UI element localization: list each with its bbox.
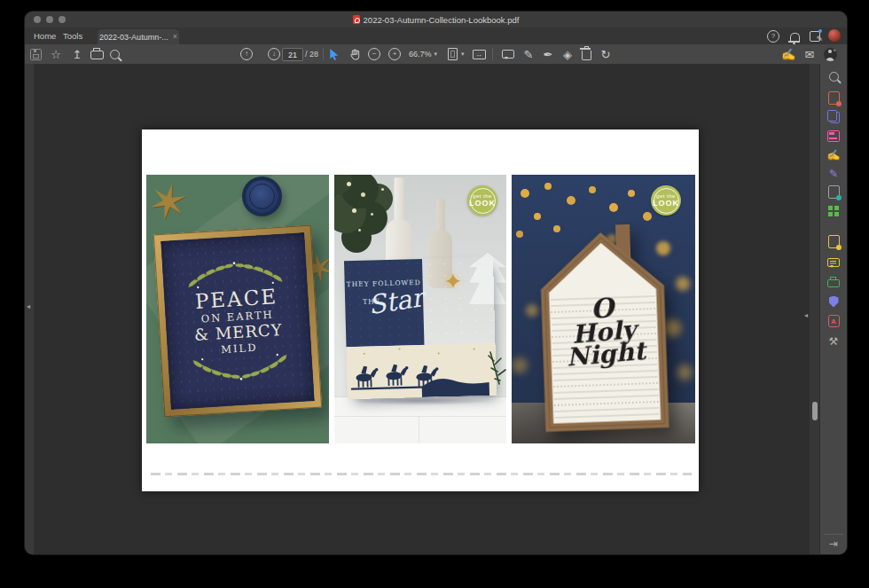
sidebar-tool-prepare-form[interactable]: [825, 232, 842, 250]
tab-home[interactable]: Home: [30, 27, 59, 44]
previous-page-button[interactable]: ↑: [237, 44, 256, 64]
printer-icon: [90, 51, 104, 59]
help-button[interactable]: ?: [766, 29, 780, 43]
chevron-down-icon: ▾: [461, 51, 465, 58]
sidebar-tool-protect[interactable]: [825, 293, 842, 310]
berry-dots: [347, 182, 351, 186]
arrow-up-icon: ↑: [240, 48, 253, 60]
pdf-viewport[interactable]: ✶ ✶: [34, 64, 810, 554]
sidebar-tool-search[interactable]: [825, 67, 842, 85]
share-button[interactable]: ↥: [67, 44, 87, 64]
fountain-pen-icon: ✒: [544, 48, 553, 61]
zoom-out-button[interactable]: −: [364, 44, 384, 64]
e-sign-icon: ✍: [827, 149, 841, 161]
gold-star-ornament: ✶: [146, 175, 192, 230]
select-tool-button[interactable]: [325, 44, 344, 64]
tab-document[interactable]: 2022-03-Autumn-... ×: [98, 29, 179, 44]
left-panel-toggle[interactable]: ◂: [27, 303, 30, 310]
send-email-button[interactable]: ✉: [800, 44, 819, 64]
favorite-button[interactable]: ☆: [46, 44, 66, 64]
sidebar-tool-request-e-signatures[interactable]: ✍: [825, 146, 842, 164]
zoom-level-dropdown[interactable]: 66.7% ▾: [409, 44, 437, 64]
create-pdf-icon: [828, 91, 840, 105]
expand-tools-panel-button[interactable]: ⇥: [825, 535, 842, 553]
sidebar-tool-fill-and-sign[interactable]: ✎: [825, 165, 842, 183]
art-line-mercy: & MERCY: [194, 322, 283, 344]
caption-fine-print: [151, 473, 692, 475]
bethlehem-star-icon: ✦: [443, 269, 463, 295]
save-button[interactable]: [26, 44, 45, 64]
fit-width-button[interactable]: ↔: [469, 44, 489, 64]
close-tab-icon[interactable]: ×: [173, 33, 177, 41]
stamp-tool-button[interactable]: ◈: [558, 44, 577, 64]
right-panel-toggle[interactable]: ◂: [804, 312, 808, 319]
sidebar-tool-pdf-standards[interactable]: A: [825, 312, 842, 330]
sign-document-button[interactable]: [808, 29, 822, 43]
help-icon: ?: [767, 30, 779, 43]
pdf-standards-icon: A: [828, 315, 840, 327]
pdf-page: ✶ ✶: [142, 129, 699, 491]
zoom-level-value: 66.7%: [409, 50, 432, 59]
chevron-down-icon: ▾: [434, 51, 438, 58]
rotate-pages-button[interactable]: ↻: [596, 44, 615, 64]
comments-icon: [827, 258, 840, 267]
comment-tool-button[interactable]: [498, 44, 518, 64]
cursor-icon: [329, 48, 340, 61]
pine-sprig: [487, 350, 506, 388]
print-production-icon: [827, 279, 840, 287]
main-toolbar: ☆ ↥ ↑ ↓ 21 / 28 − + 66.7% ▾ ▾ ↔ ✎ ✒: [25, 44, 847, 65]
fit-width-icon: ↔: [473, 50, 486, 59]
request-signatures-button[interactable]: ✍: [779, 44, 798, 64]
photo-holy-night-house: O Holy Night get the LOOK: [512, 175, 695, 443]
arrow-down-icon: ↓: [268, 48, 280, 60]
fit-page-dropdown[interactable]: ▾: [461, 44, 465, 64]
prepare-form-icon: [828, 235, 840, 248]
document-area: ◂ ✶ ✶: [25, 64, 847, 554]
window-titlebar: 2022-03-Autumn-Collection-Lookbook.pdf: [25, 12, 847, 27]
sidebar-tool-edit-pdf[interactable]: [825, 127, 842, 145]
sidebar-tool-combine-files[interactable]: [825, 107, 842, 125]
print-button[interactable]: [87, 44, 106, 64]
star-icon: ☆: [51, 48, 61, 61]
wise-men-silhouette: [347, 343, 497, 399]
trash-icon: [582, 51, 591, 60]
blue-jar-lid: [242, 176, 282, 216]
hand-tool-button[interactable]: [345, 44, 364, 64]
comment-bubble-icon: [502, 50, 514, 59]
wrench-icon: ⚒: [829, 335, 839, 348]
toolbar-separator: [492, 48, 493, 60]
shield-icon: [829, 296, 839, 308]
rotate-icon: ↻: [601, 48, 611, 61]
pencil-icon: ✎: [524, 48, 534, 61]
sidebar-tool-more-tools[interactable]: ⚒: [825, 333, 842, 350]
sidebar-tool-comments[interactable]: [825, 254, 842, 271]
page-count-label: / 28: [305, 44, 318, 64]
share-with-people-button[interactable]: +: [820, 44, 840, 64]
stamp-icon: ◈: [563, 48, 572, 61]
get-the-look-badge: get the LOOK: [467, 185, 497, 216]
toolbar-separator: [323, 48, 324, 60]
next-page-button[interactable]: ↓: [264, 44, 284, 64]
window-title-area: 2022-03-Autumn-Collection-Lookbook.pdf: [25, 12, 847, 27]
find-button[interactable]: [105, 44, 124, 64]
notifications-button[interactable]: [787, 29, 802, 43]
edit-pdf-icon: [827, 130, 840, 142]
fit-page-button[interactable]: [442, 44, 462, 64]
export-pdf-icon: [828, 185, 840, 199]
sidebar-tool-organize-pages[interactable]: [825, 202, 842, 220]
sidebar-tool-create-pdf[interactable]: [825, 89, 842, 106]
sidebar-tool-export-pdf[interactable]: [825, 183, 842, 200]
delete-pages-button[interactable]: [576, 44, 596, 64]
tab-bar: Home Tools 2022-03-Autumn-... × ?: [25, 27, 847, 44]
zoom-in-button[interactable]: +: [385, 44, 404, 64]
fill-sign-tool-button[interactable]: ✒: [538, 44, 558, 64]
account-avatar[interactable]: [828, 29, 841, 42]
page-number-input[interactable]: 21: [282, 48, 303, 61]
highlight-tool-button[interactable]: ✎: [519, 44, 538, 64]
tab-tools[interactable]: Tools: [59, 27, 86, 44]
minus-icon: −: [368, 48, 380, 60]
gold-picture-frame: PEACE ON EARTH & MERCY MILD: [153, 225, 322, 417]
organize-pages-icon: [828, 206, 839, 216]
sidebar-tool-print-production[interactable]: [825, 273, 842, 291]
scrollbar-thumb[interactable]: [812, 402, 818, 420]
